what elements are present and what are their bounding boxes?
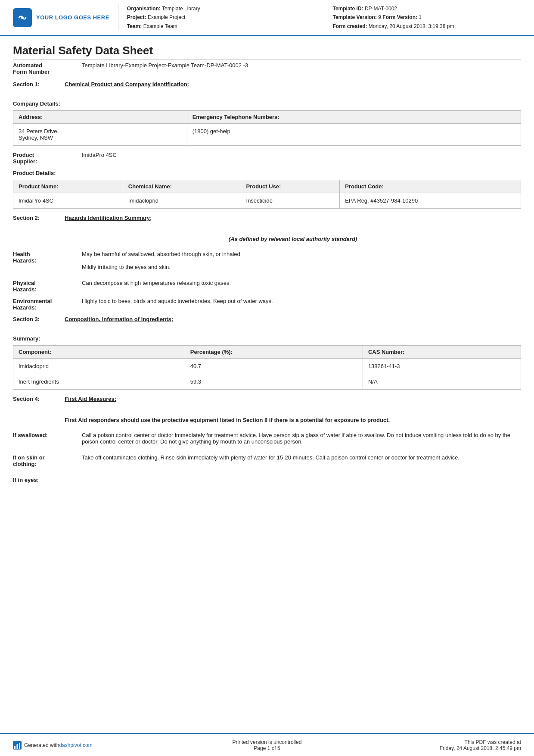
svg-rect-5	[19, 743, 20, 749]
if-skin-value: Take off contaminated clothing. Rinse sk…	[82, 454, 521, 461]
logo-text: YOUR LOGO GOES HERE	[36, 14, 109, 21]
section2-label: Section 2:	[13, 215, 65, 221]
comp-cas-2: N/A	[363, 374, 521, 390]
footer-right: This PDF was created at Friday, 24 Augus…	[400, 739, 521, 751]
table-row: 34 Peters Drive,Sydney, NSW (1800) get-h…	[13, 124, 521, 146]
team-label: Team:	[127, 23, 142, 29]
form-number-row: AutomatedForm Number Template Library-Ex…	[13, 62, 521, 75]
footer: Generated with dashpivot.com Printed ver…	[0, 733, 534, 756]
env-hazards-value: Highly toxic to bees, birds and aquatic …	[82, 298, 521, 304]
health-hazards-label: HealthHazards:	[13, 251, 82, 264]
footer-center-line1: Printed version is uncontrolled	[233, 739, 302, 745]
percentage-header: Percentage (%):	[185, 346, 363, 359]
section2-header: Section 2: Hazards Identification Summar…	[13, 215, 521, 221]
table-row: Inert Ingredients 59.3 N/A	[13, 374, 521, 390]
footer-left: Generated with dashpivot.com	[13, 741, 134, 750]
company-details-table: Address: Emergency Telephone Numbers: 34…	[13, 110, 521, 146]
svg-rect-3	[14, 746, 16, 749]
product-name-value: ImidaPro 4SC	[13, 193, 123, 209]
env-hazards-row: EnvironmentalHazards: Highly toxic to be…	[13, 298, 521, 311]
project-value: Example Project	[148, 14, 185, 20]
comp-name-1: Imidacloprid	[13, 359, 185, 374]
cas-header: CAS Number:	[363, 346, 521, 359]
logo-area: YOUR LOGO GOES HERE	[13, 4, 118, 31]
if-swallowed-row: If swallowed: Call a poison control cent…	[13, 432, 521, 445]
hazards-note: (As defined by relevant local authority …	[13, 236, 521, 242]
form-created-value: Monday, 20 August 2018, 3:19:38 pm	[369, 23, 454, 29]
section2-title: Hazards Identification Summary;	[65, 215, 152, 221]
header: YOUR LOGO GOES HERE Organisation: Templa…	[0, 0, 534, 36]
emergency-phone-value: (1800) get-help	[187, 124, 521, 146]
svg-rect-4	[17, 744, 18, 749]
product-supplier-label: ProductSupplier:	[13, 152, 82, 165]
composition-table: Component: Percentage (%): CAS Number: I…	[13, 345, 521, 390]
svg-point-1	[21, 16, 24, 19]
form-version-label: Form Version:	[382, 14, 417, 20]
section1-label: Section 1:	[13, 81, 65, 87]
product-code-value: EPA Reg. #43527-984-10290	[340, 193, 521, 209]
section1-header: Section 1: Chemical Product and Company …	[13, 81, 521, 87]
if-eyes-row: If in eyes:	[13, 477, 521, 483]
template-version-label: Template Version:	[332, 14, 376, 20]
dashpivot-logo-icon	[13, 741, 22, 750]
if-swallowed-label: If swallowed:	[13, 432, 82, 438]
section3-header: Section 3: Composition, Information of I…	[13, 316, 521, 322]
org-label: Organisation:	[127, 6, 161, 12]
summary-title: Summary:	[13, 335, 521, 342]
chemical-name-header: Chemical Name:	[123, 180, 241, 193]
section4-label: Section 4:	[13, 396, 65, 402]
footer-center-line2: Page 1 of 5	[254, 745, 280, 751]
logo-icon	[13, 8, 32, 27]
form-created-label: Form created:	[332, 23, 367, 29]
project-label: Project:	[127, 14, 146, 20]
team-value: Example Team	[143, 23, 177, 29]
table-row: Imidacloprid 40.7 138261-41-3	[13, 359, 521, 374]
health-hazards-value: May be harmful of swallowed, absorbed th…	[82, 251, 521, 270]
footer-right-line2: Friday, 24 August 2018, 2:45:49 pm	[440, 745, 521, 751]
if-eyes-label: If in eyes:	[13, 477, 82, 483]
if-skin-label: If on skin orclothing:	[13, 454, 82, 467]
section3-label: Section 3:	[13, 316, 65, 322]
table-row: ImidaPro 4SC Imidacloprid Insecticide EP…	[13, 193, 521, 209]
comp-pct-1: 40.7	[185, 359, 363, 374]
template-version-value: 9	[378, 14, 381, 20]
product-use-value: Insecticide	[241, 193, 340, 209]
comp-pct-2: 59.3	[185, 374, 363, 390]
form-number-value: Template Library-Example Project-Example…	[82, 62, 248, 69]
footer-right-line1: This PDF was created at	[465, 739, 521, 745]
physical-hazards-label: PhysicalHazards:	[13, 280, 82, 293]
health-hazards-row: HealthHazards: May be harmful of swallow…	[13, 251, 521, 270]
product-name-header: Product Name:	[13, 180, 123, 193]
product-use-header: Product Use:	[241, 180, 340, 193]
env-hazards-label: EnvironmentalHazards:	[13, 298, 82, 311]
if-swallowed-value: Call a poison control center or doctor i…	[82, 432, 521, 445]
physical-hazards-row: PhysicalHazards: Can decompose at high t…	[13, 280, 521, 293]
comp-cas-1: 138261-41-3	[363, 359, 521, 374]
emergency-phone-header: Emergency Telephone Numbers:	[187, 111, 521, 124]
first-aid-bold-note: First Aid responders should use the prot…	[13, 417, 521, 423]
document-title: Material Safety Data Sheet	[13, 44, 521, 59]
main-content: Material Safety Data Sheet AutomatedForm…	[0, 36, 534, 756]
component-header: Component:	[13, 346, 185, 359]
section3-title: Composition, Information of Ingredients;	[65, 316, 173, 322]
comp-name-2: Inert Ingredients	[13, 374, 185, 390]
form-number-label: AutomatedForm Number	[13, 62, 82, 75]
dashpivot-link[interactable]: dashpivot.com	[59, 742, 92, 748]
address-value: 34 Peters Drive,Sydney, NSW	[13, 124, 187, 146]
product-details-table: Product Name: Chemical Name: Product Use…	[13, 180, 521, 209]
health-hazards-line1: May be harmful of swallowed, absorbed th…	[82, 251, 242, 257]
header-meta-right: Template ID: DP-MAT-0002 Template Versio…	[332, 4, 521, 31]
template-id-label: Template ID:	[332, 6, 363, 12]
generated-text: Generated with	[24, 742, 59, 748]
org-value: Template Library	[162, 6, 200, 12]
company-details-title: Company Details:	[13, 100, 521, 107]
address-header: Address:	[13, 111, 187, 124]
section1-title: Chemical Product and Company Identificat…	[65, 81, 189, 87]
footer-center: Printed version is uncontrolled Page 1 o…	[134, 739, 400, 751]
product-code-header: Product Code:	[340, 180, 521, 193]
health-hazards-line2: Mildly irritating to the eyes and skin.	[82, 264, 171, 270]
header-meta: Organisation: Template Library Project: …	[127, 4, 521, 31]
chemical-name-value: Imidacloprid	[123, 193, 241, 209]
section4-header: Section 4: First Aid Measures:	[13, 396, 521, 402]
form-version-value: 1	[419, 14, 422, 20]
